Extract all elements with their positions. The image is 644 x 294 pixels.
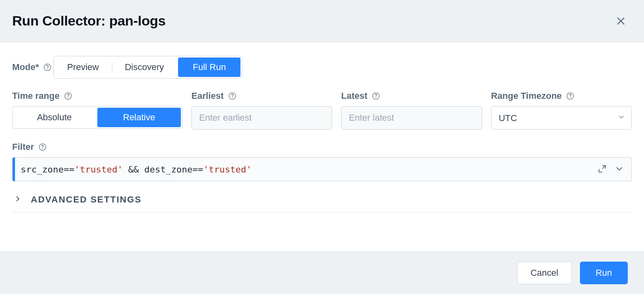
help-icon[interactable] bbox=[228, 92, 237, 100]
dialog-footer: Cancel Run bbox=[0, 251, 644, 294]
timezone-label: Range Timezone bbox=[491, 91, 562, 101]
svg-point-11 bbox=[570, 97, 571, 98]
help-icon[interactable] bbox=[43, 63, 52, 72]
timerange-field: Time range AbsoluteRelative bbox=[12, 91, 182, 129]
earliest-label: Earliest bbox=[191, 91, 224, 101]
advanced-settings-label: ADVANCED SETTINGS bbox=[31, 194, 142, 205]
svg-point-5 bbox=[68, 97, 69, 98]
mode-label: Mode* bbox=[12, 62, 39, 72]
mode-field: Mode* PreviewDiscoveryFull Run bbox=[12, 56, 632, 79]
mode-label-row: Mode* bbox=[12, 62, 52, 72]
close-icon bbox=[616, 16, 626, 26]
run-button[interactable]: Run bbox=[580, 262, 628, 284]
svg-point-7 bbox=[232, 97, 233, 98]
timerange-option-absolute[interactable]: Absolute bbox=[13, 107, 96, 128]
help-icon[interactable] bbox=[566, 92, 575, 100]
timerange-option-relative[interactable]: Relative bbox=[97, 108, 181, 127]
mode-option-full-run[interactable]: Full Run bbox=[178, 58, 240, 77]
time-row: Time range AbsoluteRelative Earliest bbox=[12, 91, 632, 130]
filter-label: Filter bbox=[12, 142, 34, 152]
cancel-button[interactable]: Cancel bbox=[517, 262, 571, 284]
svg-point-3 bbox=[47, 68, 48, 69]
mode-option-preview[interactable]: Preview bbox=[54, 56, 112, 78]
latest-label: Latest bbox=[341, 91, 367, 101]
earliest-field: Earliest bbox=[191, 91, 332, 130]
help-icon[interactable] bbox=[64, 92, 73, 100]
timerange-segmented: AbsoluteRelative bbox=[12, 106, 182, 129]
chevron-down-icon bbox=[614, 169, 624, 175]
filter-actions bbox=[590, 164, 631, 175]
timerange-label: Time range bbox=[12, 91, 60, 101]
filter-expression[interactable]: src_zone=='trusted' && dest_zone=='trust… bbox=[15, 164, 590, 175]
mode-option-discovery[interactable]: Discovery bbox=[112, 56, 177, 78]
dialog-header: Run Collector: pan-logs bbox=[0, 0, 644, 42]
expand-icon bbox=[597, 169, 607, 175]
timezone-select[interactable]: UTC bbox=[491, 106, 632, 130]
svg-point-9 bbox=[376, 97, 376, 98]
expand-editor-button[interactable] bbox=[597, 164, 607, 175]
latest-field: Latest bbox=[341, 91, 482, 130]
timezone-field: Range Timezone UTC bbox=[491, 91, 632, 130]
mode-segmented: PreviewDiscoveryFull Run bbox=[54, 56, 242, 79]
advanced-settings-toggle[interactable]: ADVANCED SETTINGS bbox=[12, 190, 632, 213]
chevron-right-icon bbox=[14, 195, 22, 205]
filter-field: Filter src_zone=='trusted' && dest_zone=… bbox=[12, 142, 632, 181]
help-icon[interactable] bbox=[38, 143, 47, 151]
dialog-body: Mode* PreviewDiscoveryFull Run Time rang… bbox=[0, 42, 644, 251]
filter-dropdown-button[interactable] bbox=[614, 164, 624, 175]
close-button[interactable] bbox=[614, 14, 628, 28]
svg-point-13 bbox=[42, 148, 43, 149]
filter-editor[interactable]: src_zone=='trusted' && dest_zone=='trust… bbox=[12, 157, 632, 181]
dialog-title: Run Collector: pan-logs bbox=[12, 13, 165, 29]
latest-input[interactable] bbox=[341, 106, 482, 130]
svg-line-14 bbox=[603, 166, 605, 168]
earliest-input[interactable] bbox=[191, 106, 332, 130]
run-collector-dialog: Run Collector: pan-logs Mode* bbox=[0, 0, 644, 294]
help-icon[interactable] bbox=[371, 92, 380, 100]
